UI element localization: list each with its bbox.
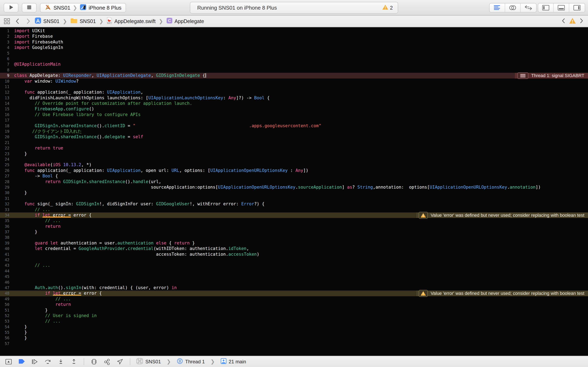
code-line-31[interactable]: 31 bbox=[0, 196, 588, 201]
line-number-gutter[interactable]: 30 bbox=[0, 190, 9, 196]
line-number-gutter[interactable]: 12 bbox=[0, 90, 9, 95]
line-number-gutter[interactable]: 54 bbox=[0, 324, 9, 330]
code-text[interactable] bbox=[9, 140, 588, 145]
code-line-1[interactable]: 1import UIKit bbox=[0, 28, 588, 34]
code-text[interactable]: @UIApplicationMain bbox=[9, 62, 588, 67]
code-text[interactable] bbox=[9, 56, 588, 62]
code-text[interactable]: // ... bbox=[9, 263, 588, 268]
code-line-10[interactable]: 10 var window: UIWindow? bbox=[0, 78, 588, 84]
line-number-gutter[interactable]: 42 bbox=[0, 257, 9, 263]
line-number-gutter[interactable]: 18 bbox=[0, 123, 9, 129]
warning-triangle-icon[interactable] bbox=[419, 212, 428, 219]
code-text[interactable] bbox=[9, 157, 588, 162]
code-line-3[interactable]: 3import FirebaseAuth bbox=[0, 39, 588, 45]
code-text[interactable]: } bbox=[9, 229, 588, 235]
code-area[interactable]: 1import UIKit2import Firebase3import Fir… bbox=[0, 27, 588, 356]
code-line-5[interactable]: 5 bbox=[0, 50, 588, 56]
code-line-38[interactable]: 38 bbox=[0, 235, 588, 240]
code-line-39[interactable]: 39 guard let authentication = user.authe… bbox=[0, 240, 588, 246]
error-menu-icon[interactable] bbox=[517, 72, 528, 79]
code-line-25[interactable]: 25 @available(iOS 10.13.2, *) bbox=[0, 162, 588, 167]
line-number-gutter[interactable]: 27 bbox=[0, 173, 9, 179]
line-number-gutter[interactable]: 57 bbox=[0, 341, 9, 346]
warning-annotation[interactable]: Value 'error' was defined but never used… bbox=[416, 291, 588, 296]
code-text[interactable]: } bbox=[9, 308, 588, 313]
line-number-gutter[interactable]: 16 bbox=[0, 112, 9, 117]
memory-graph-button[interactable] bbox=[103, 358, 111, 366]
code-line-53[interactable]: 53 // ... bbox=[0, 318, 588, 324]
code-line-7[interactable]: 7@UIApplicationMain bbox=[0, 62, 588, 67]
code-text[interactable]: import Firebase bbox=[9, 34, 588, 39]
line-number-gutter[interactable]: 1 bbox=[0, 28, 9, 34]
code-line-12[interactable]: 12 func application(_ application: UIApp… bbox=[0, 90, 588, 95]
line-number-gutter[interactable]: 26 bbox=[0, 168, 9, 173]
line-number-gutter[interactable]: 43 bbox=[0, 263, 9, 268]
code-text[interactable]: // ... bbox=[9, 207, 588, 212]
code-line-2[interactable]: 2import Firebase bbox=[0, 34, 588, 39]
forward-button[interactable] bbox=[24, 17, 32, 25]
code-line-32[interactable]: 32 func sign(_ signIn: GIDSignIn!, didSi… bbox=[0, 201, 588, 207]
code-line-29[interactable]: 29 sourceApplication:options[UIApplicati… bbox=[0, 184, 588, 190]
code-text[interactable] bbox=[9, 117, 588, 123]
line-number-gutter[interactable]: 29 bbox=[0, 184, 9, 190]
code-text[interactable]: func application(_ application: UIApplic… bbox=[9, 168, 588, 173]
line-number-gutter[interactable]: 20 bbox=[0, 134, 9, 140]
code-line-28[interactable]: 28 return GIDSignIn.sharedInstance().han… bbox=[0, 179, 588, 184]
assistant-editor-button[interactable] bbox=[505, 3, 521, 12]
code-text[interactable] bbox=[9, 196, 588, 201]
line-number-gutter[interactable]: 13 bbox=[0, 95, 9, 101]
line-number-gutter[interactable]: 10 bbox=[0, 78, 9, 84]
line-number-gutter[interactable]: 41 bbox=[0, 252, 9, 257]
code-text[interactable]: func application(_ application: UIApplic… bbox=[9, 90, 588, 95]
code-text[interactable]: } bbox=[9, 151, 588, 157]
code-text[interactable]: } bbox=[9, 330, 588, 335]
line-number-gutter[interactable]: 3 bbox=[0, 39, 9, 45]
line-number-gutter[interactable]: 38 bbox=[0, 235, 9, 240]
code-text[interactable]: accessToken: authentication.accessToken) bbox=[9, 252, 588, 257]
line-number-gutter[interactable]: 48 bbox=[0, 291, 9, 296]
code-line-34[interactable]: 34 if let error = error {Value 'error' w… bbox=[0, 212, 588, 218]
code-line-52[interactable]: 52 // User is signed in bbox=[0, 313, 588, 318]
code-text[interactable] bbox=[9, 268, 588, 274]
warning-triangle-icon[interactable] bbox=[419, 290, 428, 297]
line-number-gutter[interactable]: 40 bbox=[0, 246, 9, 251]
debug-crumb-frame[interactable]: 21 main bbox=[221, 358, 246, 365]
code-line-57[interactable]: 57 bbox=[0, 341, 588, 346]
code-line-49[interactable]: 49 // ... bbox=[0, 296, 588, 302]
code-line-23[interactable]: 23 } bbox=[0, 151, 588, 157]
line-number-gutter[interactable]: 19 bbox=[0, 129, 9, 134]
code-line-56[interactable]: 56 } bbox=[0, 335, 588, 341]
code-line-14[interactable]: 14 // Override point for customization a… bbox=[0, 101, 588, 106]
code-text[interactable] bbox=[9, 280, 588, 285]
code-text[interactable] bbox=[9, 257, 588, 263]
continue-button[interactable] bbox=[31, 358, 39, 366]
code-line-46[interactable]: 46 bbox=[0, 280, 588, 285]
code-text[interactable]: // Override point for customization afte… bbox=[9, 101, 588, 106]
code-line-20[interactable]: 20 GIDSignIn.sharedInstance().delegate =… bbox=[0, 134, 588, 140]
code-text[interactable]: FirebaseApp.configure() bbox=[9, 106, 588, 112]
line-number-gutter[interactable]: 9 bbox=[0, 73, 9, 78]
code-line-24[interactable]: 24 bbox=[0, 157, 588, 162]
line-number-gutter[interactable]: 44 bbox=[0, 268, 9, 274]
line-number-gutter[interactable]: 25 bbox=[0, 162, 9, 167]
code-line-15[interactable]: 15 FirebaseApp.configure() bbox=[0, 106, 588, 112]
view-hierarchy-button[interactable] bbox=[90, 358, 98, 366]
line-number-gutter[interactable]: 4 bbox=[0, 45, 9, 50]
line-number-gutter[interactable]: 33 bbox=[0, 207, 9, 212]
code-line-50[interactable]: 50 return bbox=[0, 302, 588, 307]
line-number-gutter[interactable]: 34 bbox=[0, 212, 9, 218]
debug-area-toggle-button[interactable] bbox=[554, 3, 569, 12]
back-button[interactable] bbox=[13, 17, 22, 25]
code-text[interactable]: var window: UIWindow? bbox=[9, 78, 588, 84]
breakpoints-toggle-button[interactable] bbox=[17, 358, 26, 366]
line-number-gutter[interactable]: 53 bbox=[0, 318, 9, 324]
code-line-54[interactable]: 54 } bbox=[0, 324, 588, 330]
code-line-55[interactable]: 55 } bbox=[0, 330, 588, 335]
breadcrumb-project[interactable]: SNS01 bbox=[35, 17, 60, 25]
code-text[interactable]: } bbox=[9, 335, 588, 341]
step-over-button[interactable] bbox=[44, 358, 52, 366]
line-number-gutter[interactable]: 49 bbox=[0, 296, 9, 302]
code-text[interactable]: // ... bbox=[9, 218, 588, 224]
code-text[interactable]: return bbox=[9, 224, 588, 229]
hide-debug-area-button[interactable] bbox=[4, 358, 13, 366]
